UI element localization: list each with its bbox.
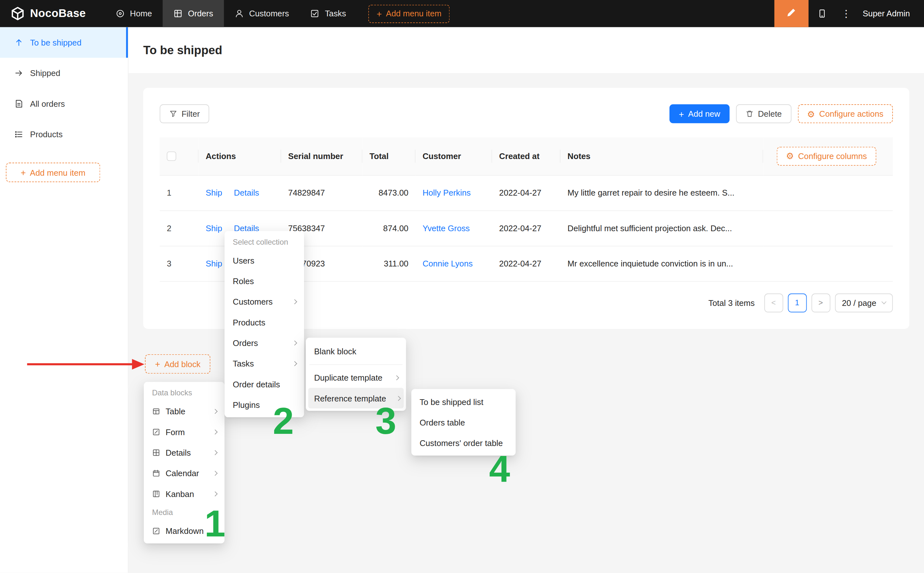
menu-item-customers[interactable]: Customers [227, 291, 302, 312]
row-index: 3 [167, 259, 171, 268]
navbar-add-menu-item-button[interactable]: + Add menu item [368, 5, 450, 23]
nav-item-tasks[interactable]: Tasks [299, 0, 356, 27]
row-index: 2 [167, 224, 171, 233]
configure-actions-label: Configure actions [819, 109, 883, 118]
menu-item-roles[interactable]: Roles [227, 271, 302, 291]
sidebar-item-label: Products [30, 130, 63, 139]
menu-item-form[interactable]: Form [146, 421, 222, 442]
menu-item-products[interactable]: Products [227, 312, 302, 332]
menu-item-details[interactable]: Details [146, 442, 222, 463]
app-root: NocoBase Home Orders Customers Tasks + A… [0, 0, 924, 573]
all-orders-icon [14, 99, 23, 108]
chevron-right-icon [396, 396, 401, 401]
sidebar-item-products[interactable]: Products [0, 119, 128, 150]
user-menu[interactable]: Super Admin [857, 9, 924, 18]
configure-actions-button[interactable]: ⚙ Configure actions [798, 104, 893, 123]
notes-cell: My little garret repair to desire he est… [560, 175, 763, 210]
menu-item-label: Markdown [166, 526, 204, 535]
brand[interactable]: NocoBase [0, 6, 100, 20]
add-new-button[interactable]: + Add new [669, 104, 730, 123]
configure-columns-button[interactable]: ⚙ Configure columns [777, 147, 876, 166]
sidebar-item-to-be-shipped[interactable]: To be shipped [0, 27, 128, 58]
menu-item-users[interactable]: Users [227, 250, 302, 270]
shipped-icon [14, 68, 23, 78]
chevron-right-icon [213, 409, 218, 413]
ship-action-link[interactable]: Ship [205, 224, 222, 233]
created-at-cell: 2022-04-27 [492, 175, 560, 210]
page-size-select[interactable]: 20 / page [835, 293, 893, 312]
details-action-link[interactable]: Details [234, 188, 260, 197]
menu-item-label: Kanban [166, 489, 194, 498]
select-all-checkbox[interactable] [167, 152, 176, 161]
menu-item-kanban[interactable]: Kanban [146, 483, 222, 504]
menu-item-tasks[interactable]: Tasks [227, 353, 302, 374]
tasks-icon [310, 9, 320, 18]
nav-item-home[interactable]: Home [105, 0, 163, 27]
notes-cell: Mr excellence inquietude conviction is i… [560, 246, 763, 281]
to-be-shipped-icon [14, 38, 23, 47]
column-header-notes[interactable]: Notes [560, 137, 763, 175]
plus-icon: + [377, 9, 382, 19]
menu-group-label: Select collection [227, 233, 302, 250]
details-icon [152, 448, 160, 457]
configure-columns-label: Configure columns [798, 151, 867, 161]
customer-link[interactable]: Yvette Gross [422, 224, 470, 233]
menu-item-blank-block[interactable]: Blank block [308, 340, 403, 362]
nav-item-label: Home [130, 9, 152, 18]
customer-link[interactable]: Holly Perkins [422, 188, 471, 197]
pagination-prev-button[interactable]: < [764, 293, 783, 312]
chevron-right-icon [292, 299, 297, 304]
menu-item-table[interactable]: Table [146, 401, 222, 421]
menu-item-calendar[interactable]: Calendar [146, 463, 222, 483]
ui-editor-icon [786, 8, 796, 20]
menu-item-order-details[interactable]: Order details [227, 374, 302, 394]
form-icon [152, 428, 160, 436]
nav-item-orders[interactable]: Orders [163, 0, 224, 27]
table-toolbar: Filter + Add new Delete ⚙ Co [159, 104, 893, 123]
menu-item-orders[interactable]: Orders [227, 332, 302, 353]
logo-icon [11, 6, 25, 20]
column-header-created-at[interactable]: Created at [492, 137, 560, 175]
ship-action-link[interactable]: Ship [205, 188, 222, 197]
add-block-button[interactable]: + Add block [145, 354, 210, 374]
add-block-label: Add block [164, 359, 200, 368]
delete-button[interactable]: Delete [736, 104, 791, 123]
menu-item-orders-table[interactable]: Orders table [414, 412, 513, 432]
sidebar-add-menu-item-button[interactable]: + Add menu item [6, 163, 100, 182]
column-header-actions[interactable]: Actions [199, 137, 281, 175]
filter-button[interactable]: Filter [159, 104, 210, 123]
chevron-right-icon [213, 491, 218, 496]
sidebar-item-shipped[interactable]: Shipped [0, 58, 128, 89]
column-header-customer[interactable]: Customer [416, 137, 492, 175]
menu-item-to-be-shipped-list[interactable]: To be shipped list [414, 391, 513, 412]
orders-icon [173, 9, 183, 18]
menu-item-label: Users [233, 255, 254, 265]
menu-item-label: Orders [233, 338, 258, 347]
nav-item-customers[interactable]: Customers [224, 0, 300, 27]
delete-label: Delete [758, 109, 782, 118]
sidebar-item-label: To be shipped [30, 38, 81, 47]
column-header-total[interactable]: Total [362, 137, 415, 175]
sidebar-item-label: All orders [30, 99, 65, 108]
column-header-serial[interactable]: Serial number [281, 137, 363, 175]
add-new-label: Add new [688, 109, 720, 118]
pagination-page-1[interactable]: 1 [788, 293, 807, 312]
sidebar-item-all-orders[interactable]: All orders [0, 89, 128, 119]
plus-icon: + [155, 359, 160, 369]
more-menu-button[interactable]: ⋮ [835, 7, 857, 20]
ui-editor-toggle-button[interactable] [774, 0, 808, 27]
ship-action-link[interactable]: Ship [205, 259, 222, 268]
annotation-step-3: 3 [375, 402, 396, 440]
chevron-right-icon [213, 429, 218, 434]
gear-icon: ⚙ [807, 110, 815, 118]
customer-link[interactable]: Connie Lyons [422, 259, 472, 268]
nav-menu: Home Orders Customers Tasks + Add menu i… [105, 0, 449, 27]
mobile-client-button[interactable] [808, 0, 836, 27]
menu-item-duplicate-template[interactable]: Duplicate template [308, 367, 403, 388]
annotation-step-2: 2 [273, 402, 294, 440]
annotation-step-4: 4 [489, 449, 510, 487]
chevron-right-icon [292, 340, 297, 345]
kanban-icon [152, 490, 160, 498]
pagination-next-button[interactable]: > [811, 293, 830, 312]
chevron-down-icon [881, 299, 886, 304]
